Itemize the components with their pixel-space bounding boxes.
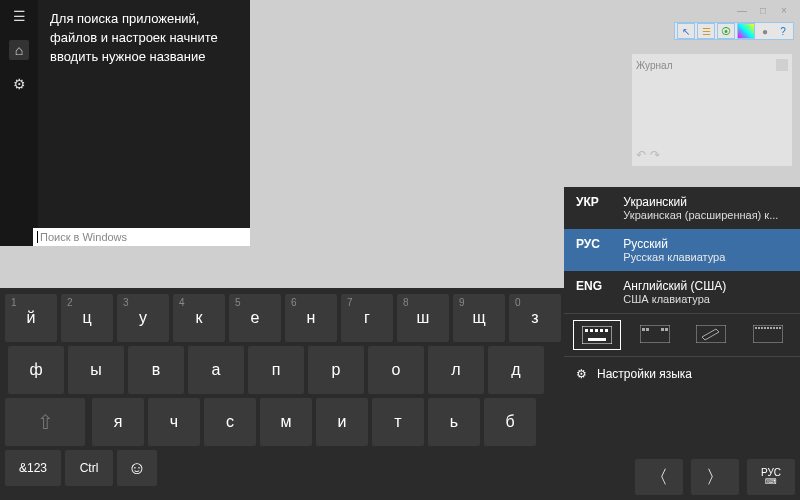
key-в[interactable]: в	[128, 346, 184, 394]
key-г[interactable]: 7г	[341, 294, 393, 342]
emoji-key[interactable]: ☺	[117, 450, 157, 486]
language-settings-link[interactable]: ⚙ Настройки языка	[564, 357, 800, 391]
tool-target-icon[interactable]: ⦿	[717, 23, 735, 39]
key-к[interactable]: 4к	[173, 294, 225, 342]
svg-rect-16	[761, 327, 763, 329]
journal-panel: Журнал ↶ ↷	[632, 54, 792, 166]
layout-split-icon[interactable]	[632, 320, 678, 348]
gear-icon: ⚙	[576, 367, 587, 381]
home-icon[interactable]: ⌂	[9, 40, 29, 60]
key-ы[interactable]: ы	[68, 346, 124, 394]
svg-rect-17	[764, 327, 766, 329]
start-rail: ☰ ⌂ ⚙	[0, 0, 38, 246]
key-о[interactable]: о	[368, 346, 424, 394]
text-caret	[37, 231, 38, 243]
next-key[interactable]: 〉	[691, 459, 739, 495]
key-й[interactable]: 1й	[5, 294, 57, 342]
key-е[interactable]: 5е	[229, 294, 281, 342]
language-settings-label: Настройки языка	[597, 367, 692, 381]
svg-rect-22	[779, 327, 781, 329]
svg-rect-9	[646, 328, 649, 331]
journal-redo-icon[interactable]: ↷	[650, 148, 660, 162]
key-ц[interactable]: 2ц	[61, 294, 113, 342]
close-button[interactable]: ×	[774, 3, 794, 17]
journal-undo-icon[interactable]: ↶	[636, 148, 646, 162]
settings-gear-icon[interactable]: ⚙	[9, 74, 29, 94]
key-ь[interactable]: ь	[428, 398, 480, 446]
key-с[interactable]: с	[204, 398, 256, 446]
minimize-button[interactable]: —	[732, 3, 752, 17]
key-а[interactable]: а	[188, 346, 244, 394]
input-language-panel: УКР УкраинскийУкраинская (расширенная) к…	[564, 187, 800, 445]
key-д[interactable]: д	[488, 346, 544, 394]
layout-standard-icon[interactable]	[573, 320, 621, 350]
key-ч[interactable]: ч	[148, 398, 200, 446]
hamburger-icon[interactable]: ☰	[9, 6, 29, 26]
key-п[interactable]: п	[248, 346, 304, 394]
start-hint-text: Для поиска приложений, файлов и настроек…	[38, 0, 250, 246]
shift-key[interactable]: ⇧	[5, 398, 85, 446]
keyboard-nav-cluster: 〈 〉 РУС⌨	[633, 457, 797, 497]
maximize-button[interactable]: □	[753, 3, 773, 17]
svg-rect-10	[661, 328, 664, 331]
ime-option-rus[interactable]: РУС РусскийРусская клавиатура	[564, 229, 800, 271]
search-placeholder: Поиск в Windows	[40, 231, 127, 243]
ime-option-ukr[interactable]: УКР УкраинскийУкраинская (расширенная) к…	[564, 187, 800, 229]
symbols-key[interactable]: &123	[5, 450, 61, 486]
svg-rect-12	[696, 325, 726, 343]
svg-rect-5	[605, 329, 608, 332]
svg-rect-18	[767, 327, 769, 329]
keyboard-layout-icons	[564, 313, 800, 357]
tool-dot-icon[interactable]: ●	[757, 24, 773, 38]
ctrl-key[interactable]: Ctrl	[65, 450, 113, 486]
key-т[interactable]: т	[372, 398, 424, 446]
key-м[interactable]: м	[260, 398, 312, 446]
key-р[interactable]: р	[308, 346, 364, 394]
start-search-panel: ☰ ⌂ ⚙ Для поиска приложений, файлов и на…	[0, 0, 250, 246]
window-controls: — □ ×	[732, 3, 794, 17]
ime-option-eng[interactable]: ENG Английский (США)США клавиатура	[564, 271, 800, 313]
svg-rect-19	[770, 327, 772, 329]
svg-rect-21	[776, 327, 778, 329]
tool-help-icon[interactable]: ?	[775, 24, 791, 38]
layout-full-icon[interactable]	[745, 320, 791, 348]
svg-rect-3	[595, 329, 598, 332]
key-у[interactable]: 3у	[117, 294, 169, 342]
svg-rect-7	[640, 325, 670, 343]
tool-list-icon[interactable]: ☰	[697, 23, 715, 39]
search-input[interactable]: Поиск в Windows	[33, 228, 250, 246]
key-н[interactable]: 6н	[285, 294, 337, 342]
svg-rect-2	[590, 329, 593, 332]
key-ш[interactable]: 8ш	[397, 294, 449, 342]
key-я[interactable]: я	[92, 398, 144, 446]
svg-rect-14	[755, 327, 757, 329]
svg-rect-4	[600, 329, 603, 332]
prev-key[interactable]: 〈	[635, 459, 683, 495]
app-toolbar: ↖ ☰ ⦿ ● ?	[674, 22, 794, 40]
svg-rect-8	[642, 328, 645, 331]
tool-color-icon[interactable]	[737, 23, 755, 39]
svg-rect-1	[585, 329, 588, 332]
svg-rect-6	[588, 338, 606, 341]
svg-rect-15	[758, 327, 760, 329]
journal-title: Журнал	[636, 60, 673, 71]
layout-handwriting-icon[interactable]	[688, 320, 734, 348]
key-щ[interactable]: 9щ	[453, 294, 505, 342]
language-key[interactable]: РУС⌨	[747, 459, 795, 495]
svg-rect-11	[665, 328, 668, 331]
key-б[interactable]: б	[484, 398, 536, 446]
svg-rect-0	[582, 326, 612, 344]
svg-rect-20	[773, 327, 775, 329]
key-и[interactable]: и	[316, 398, 368, 446]
tool-arrow-icon[interactable]: ↖	[677, 23, 695, 39]
key-л[interactable]: л	[428, 346, 484, 394]
key-ф[interactable]: ф	[8, 346, 64, 394]
journal-collapse-button[interactable]	[776, 59, 788, 71]
key-з[interactable]: 0з	[509, 294, 561, 342]
